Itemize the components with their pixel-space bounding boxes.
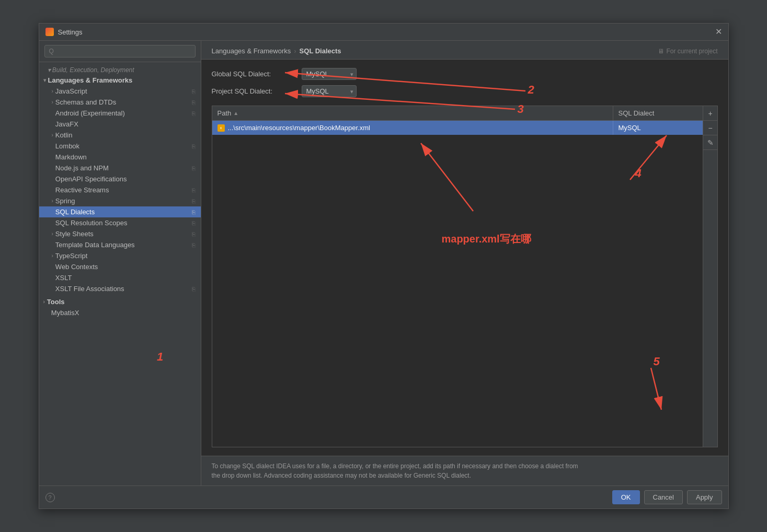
sidebar-item-template[interactable]: › Template Data Languages ⎘ bbox=[39, 239, 201, 250]
sidebar-item-schemas[interactable]: › Schemas and DTDs ⎘ bbox=[39, 97, 201, 108]
global-dialect-row: Global SQL Dialect: MySQL Generic Postgr… bbox=[212, 68, 718, 80]
sidebar-label-kotlin: Kotlin bbox=[55, 131, 73, 139]
sidebar-label-javascript: JavaScript bbox=[55, 87, 87, 95]
global-dialect-label: Global SQL Dialect: bbox=[212, 70, 295, 78]
remove-row-button[interactable]: − bbox=[703, 121, 718, 135]
sidebar-item-kotlin[interactable]: › Kotlin bbox=[39, 130, 201, 141]
dialect-table: Path ▲ SQL Dialect x ...\src\main\resour… bbox=[212, 106, 718, 447]
col-dialect-label: SQL Dialect bbox=[619, 109, 655, 117]
sidebar-item-openapi[interactable]: › OpenAPI Specifications bbox=[39, 174, 201, 184]
project-dialect-select[interactable]: MySQL Generic PostgreSQL Oracle bbox=[302, 85, 357, 97]
bottom-note-text: To change SQL dialect IDEA uses for a fi… bbox=[212, 462, 578, 479]
sidebar-label-sql-resolution: SQL Resolution Scopes bbox=[55, 219, 128, 227]
sidebar-section-tools[interactable]: › Tools bbox=[39, 296, 201, 307]
project-label: 🖥 For current project bbox=[658, 48, 717, 55]
cancel-button[interactable]: Cancel bbox=[644, 490, 683, 504]
sidebar-label-sql-dialects: SQL Dialects bbox=[55, 208, 95, 216]
help-button[interactable]: ? bbox=[45, 493, 55, 502]
sidebar-label-stylesheets: Style Sheets bbox=[55, 230, 94, 238]
sidebar-label-schemas: Schemas and DTDs bbox=[55, 98, 116, 106]
ok-button[interactable]: OK bbox=[612, 490, 640, 504]
cell-dialect: MySQL bbox=[613, 121, 717, 135]
sidebar-item-xslt[interactable]: › XSLT bbox=[39, 272, 201, 283]
sidebar-item-sql-dialects[interactable]: › SQL Dialects ⎘ bbox=[39, 206, 201, 217]
sidebar-item-nodejs[interactable]: › Node.js and NPM ⎘ bbox=[39, 163, 201, 174]
project-dialect-row: Project SQL Dialect: MySQL Generic Postg… bbox=[212, 85, 718, 97]
sidebar-item-webcontexts[interactable]: › Web Contexts bbox=[39, 261, 201, 272]
main-panel: Global SQL Dialect: MySQL Generic Postgr… bbox=[201, 60, 728, 456]
sidebar-item-xslt-file[interactable]: › XSLT File Associations ⎘ bbox=[39, 283, 201, 294]
project-label-text: For current project bbox=[666, 48, 717, 55]
sidebar-item-sql-resolution[interactable]: › SQL Resolution Scopes ⎘ bbox=[39, 217, 201, 228]
copy-icon-sql-resolution: ⎘ bbox=[192, 220, 196, 226]
copy-icon-nodejs: ⎘ bbox=[192, 165, 196, 171]
copy-icon-schemas: ⎘ bbox=[192, 99, 196, 106]
file-icon: x bbox=[217, 124, 225, 132]
copy-icon-javascript: ⎘ bbox=[192, 88, 196, 95]
sidebar-label-webcontexts: Web Contexts bbox=[55, 263, 98, 271]
sidebar-item-javascript[interactable]: › JavaScript ⎘ bbox=[39, 86, 201, 97]
help-icon-symbol: ? bbox=[48, 494, 51, 501]
sidebar-label-spring: Spring bbox=[55, 197, 75, 205]
table-actions: + − ✎ bbox=[703, 106, 717, 447]
dialog-footer: ? OK Cancel Apply bbox=[39, 485, 728, 508]
sidebar-item-spring[interactable]: › Spring ⎘ bbox=[39, 195, 201, 206]
expand-stylesheets-arrow: › bbox=[52, 231, 53, 237]
copy-icon-sql-dialects: ⎘ bbox=[192, 209, 196, 215]
table-body: x ...\src\main\resources\mapper\BookMapp… bbox=[212, 121, 717, 447]
project-dialect-select-wrapper: MySQL Generic PostgreSQL Oracle bbox=[302, 85, 357, 97]
sidebar-item-android[interactable]: › Android (Experimental) ⎘ bbox=[39, 108, 201, 119]
copy-icon-lombok: ⎘ bbox=[192, 143, 196, 149]
sidebar-item-mybatisx[interactable]: › MybatisX bbox=[39, 307, 201, 318]
sidebar-item-lombok[interactable]: › Lombok ⎘ bbox=[39, 141, 201, 152]
cell-dialect-value: MySQL bbox=[619, 124, 641, 132]
apply-button[interactable]: Apply bbox=[687, 490, 722, 504]
add-row-button[interactable]: + bbox=[703, 106, 718, 121]
sidebar-label-xslt-file: XSLT File Associations bbox=[55, 285, 124, 293]
breadcrumb-current: SQL Dialects bbox=[300, 47, 341, 55]
sidebar-item-javafx[interactable]: › JavaFX bbox=[39, 119, 201, 130]
table-row[interactable]: x ...\src\main\resources\mapper\BookMapp… bbox=[212, 121, 717, 135]
sidebar-item-stylesheets[interactable]: › Style Sheets ⎘ bbox=[39, 228, 201, 239]
copy-icon-stylesheets: ⎘ bbox=[192, 231, 196, 237]
breadcrumb-separator: › bbox=[294, 47, 296, 55]
cell-path: x ...\src\main\resources\mapper\BookMapp… bbox=[212, 121, 613, 135]
copy-icon-android: ⎘ bbox=[192, 110, 196, 117]
expand-tools-arrow: › bbox=[43, 299, 45, 305]
close-button[interactable]: ✕ bbox=[715, 28, 722, 36]
sidebar-section-build: ▾ Build, Execution, Deployment bbox=[39, 64, 201, 75]
search-box bbox=[39, 41, 201, 62]
sidebar-item-typescript[interactable]: › TypeScript bbox=[39, 250, 201, 261]
sidebar-label-nodejs: Node.js and NPM bbox=[55, 164, 109, 172]
col-path-label: Path bbox=[217, 109, 232, 117]
main-header: Languages & Frameworks › SQL Dialects 🖥 … bbox=[201, 41, 728, 60]
table-header: Path ▲ SQL Dialect bbox=[212, 106, 717, 121]
col-dialect-header: SQL Dialect bbox=[613, 106, 717, 120]
copy-icon-reactive: ⎘ bbox=[192, 187, 196, 193]
expand-schemas-arrow: › bbox=[52, 99, 53, 105]
sidebar-section-languages[interactable]: ▾ Languages & Frameworks bbox=[39, 75, 201, 86]
section-languages-label: Languages & Frameworks bbox=[48, 76, 133, 84]
sidebar-label-lombok: Lombok bbox=[55, 142, 79, 150]
expand-arrow-languages: ▾ bbox=[43, 77, 46, 83]
sidebar-item-markdown[interactable]: › Markdown bbox=[39, 152, 201, 163]
edit-row-button[interactable]: ✎ bbox=[703, 135, 718, 150]
dialog-body: ▾ Build, Execution, Deployment ▾ Languag… bbox=[39, 41, 728, 485]
sidebar-item-reactive[interactable]: › Reactive Streams ⎘ bbox=[39, 184, 201, 195]
section-build-label: ▾ Build, Execution, Deployment bbox=[48, 66, 134, 74]
sidebar-label-mybatisx: MybatisX bbox=[51, 309, 79, 317]
sort-arrow: ▲ bbox=[233, 110, 238, 116]
sidebar-label-xslt: XSLT bbox=[55, 274, 72, 282]
global-dialect-select[interactable]: MySQL Generic PostgreSQL Oracle bbox=[302, 68, 357, 80]
copy-icon-spring: ⎘ bbox=[192, 198, 196, 204]
search-input[interactable] bbox=[44, 45, 196, 57]
expand-js-arrow: › bbox=[52, 88, 53, 94]
sidebar-label-android: Android (Experimental) bbox=[55, 109, 125, 117]
global-dialect-select-wrapper: MySQL Generic PostgreSQL Oracle bbox=[302, 68, 357, 80]
main-content: Languages & Frameworks › SQL Dialects 🖥 … bbox=[201, 41, 728, 485]
expand-spring-arrow: › bbox=[52, 198, 53, 204]
sidebar-label-template: Template Data Languages bbox=[55, 241, 135, 249]
copy-icon-xslt-file: ⎘ bbox=[192, 286, 196, 292]
breadcrumb-parent: Languages & Frameworks bbox=[212, 47, 291, 55]
bottom-note: To change SQL dialect IDEA uses for a fi… bbox=[201, 456, 728, 485]
